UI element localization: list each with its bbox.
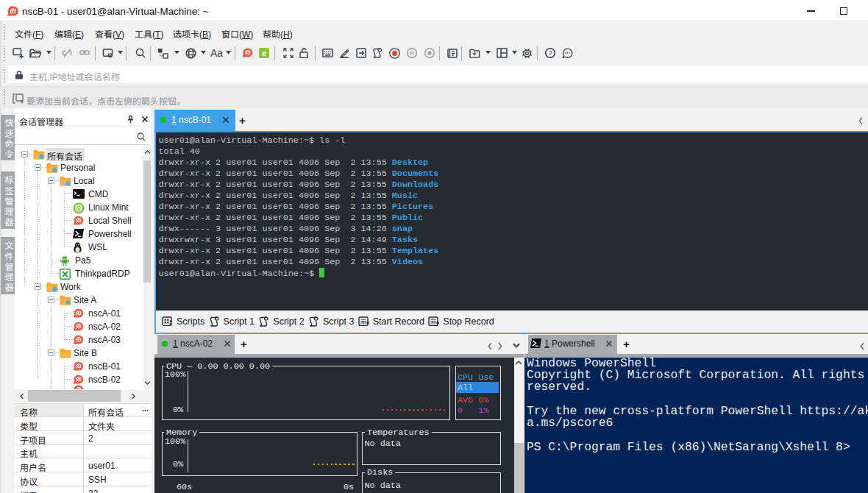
svg-text:?: ?	[548, 49, 552, 57]
svg-text:e: e	[262, 49, 266, 57]
